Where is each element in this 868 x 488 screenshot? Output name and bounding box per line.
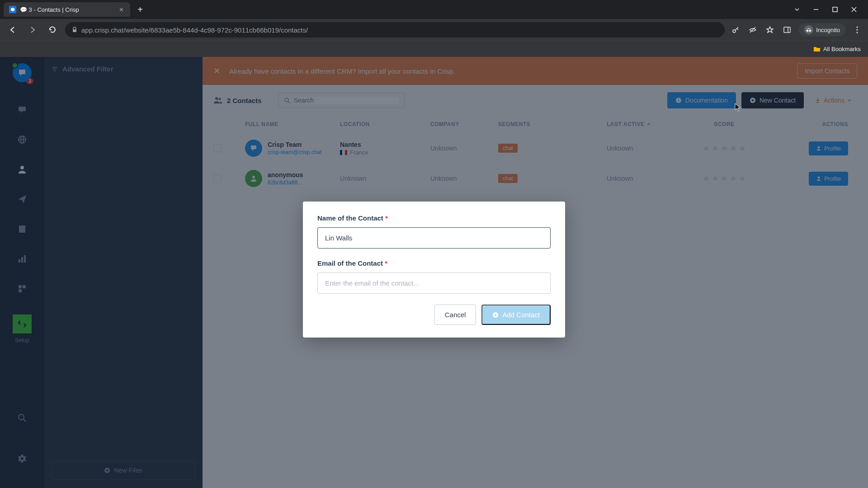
tab-title: 💬 3 - Contacts | Crisp bbox=[20, 6, 114, 13]
window-close-icon[interactable] bbox=[847, 3, 861, 16]
new-contact-modal: Name of the Contact * Email of the Conta… bbox=[303, 202, 565, 338]
url-bar[interactable]: app.crisp.chat/website/6833ae5b-844d-4c9… bbox=[65, 22, 725, 38]
url-text: app.crisp.chat/website/6833ae5b-844d-4c9… bbox=[81, 26, 308, 34]
tab-close-icon[interactable]: ✕ bbox=[118, 6, 125, 13]
browser-tab[interactable]: 💬 3 - Contacts | Crisp ✕ bbox=[4, 2, 130, 17]
nav-forward-icon[interactable] bbox=[25, 23, 40, 37]
svg-rect-7 bbox=[784, 27, 790, 33]
svg-rect-1 bbox=[833, 7, 837, 12]
plus-circle-icon bbox=[492, 312, 499, 318]
all-bookmarks-label: All Bookmarks bbox=[823, 46, 861, 52]
side-panel-icon[interactable] bbox=[782, 24, 793, 35]
nav-back-icon[interactable] bbox=[5, 23, 20, 37]
eye-off-icon[interactable] bbox=[747, 24, 758, 35]
browser-menu-icon[interactable] bbox=[852, 24, 863, 35]
contact-email-input[interactable] bbox=[317, 272, 551, 294]
window-dropdown-icon[interactable] bbox=[790, 3, 804, 16]
star-icon[interactable] bbox=[764, 24, 775, 35]
tab-favicon-icon bbox=[9, 6, 16, 13]
folder-icon bbox=[813, 46, 821, 52]
email-field-label: Email of the Contact * bbox=[317, 259, 551, 267]
svg-point-9 bbox=[807, 30, 809, 32]
password-key-icon[interactable] bbox=[730, 24, 741, 35]
svg-point-10 bbox=[809, 30, 811, 32]
lock-icon bbox=[71, 27, 78, 33]
svg-point-12 bbox=[857, 29, 858, 31]
svg-line-6 bbox=[750, 27, 755, 33]
svg-point-11 bbox=[857, 27, 858, 28]
incognito-label: Incognito bbox=[816, 27, 840, 33]
modal-overlay[interactable]: Name of the Contact * Email of the Conta… bbox=[0, 57, 868, 488]
svg-rect-4 bbox=[73, 29, 76, 32]
window-minimize-icon[interactable] bbox=[809, 3, 823, 16]
incognito-icon bbox=[804, 25, 813, 34]
new-tab-button[interactable]: + bbox=[134, 3, 146, 16]
name-field-label: Name of the Contact * bbox=[317, 214, 551, 222]
add-contact-button[interactable]: Add Contact bbox=[481, 305, 551, 325]
nav-reload-icon[interactable] bbox=[45, 23, 60, 37]
cancel-button[interactable]: Cancel bbox=[434, 305, 476, 325]
all-bookmarks-button[interactable]: All Bookmarks bbox=[813, 46, 861, 52]
contact-name-input[interactable] bbox=[317, 227, 551, 249]
incognito-badge[interactable]: Incognito bbox=[799, 23, 845, 36]
window-maximize-icon[interactable] bbox=[828, 3, 842, 16]
svg-point-13 bbox=[857, 32, 858, 33]
